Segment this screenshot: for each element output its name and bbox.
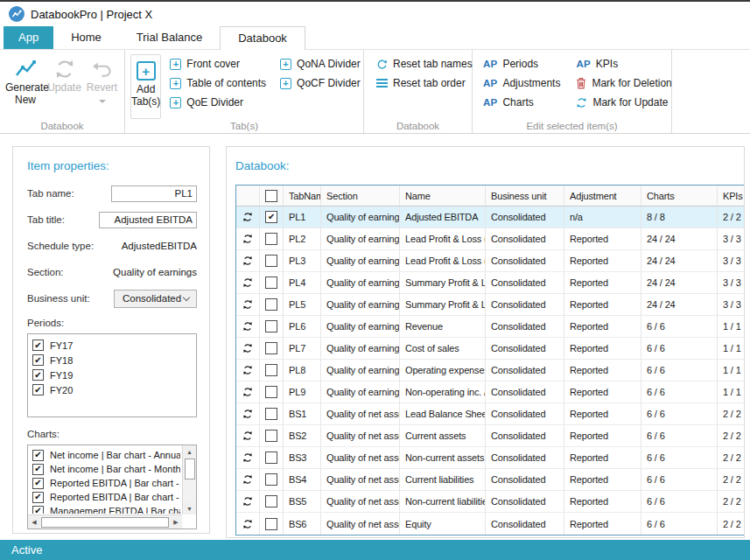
generate-new-button[interactable]: GenerateNew	[5, 54, 46, 106]
row-refresh-icon[interactable]	[236, 360, 260, 381]
row-checkbox[interactable]: ✔	[265, 233, 277, 245]
row-refresh-icon[interactable]	[236, 491, 260, 512]
chart-checkbox[interactable]: ✔	[32, 464, 44, 475]
row-refresh-icon[interactable]	[236, 382, 260, 402]
select-all-checkbox[interactable]	[265, 190, 277, 202]
horizontal-scrollbar[interactable]: ◀ ▶	[28, 514, 182, 528]
tab-name-input[interactable]	[111, 186, 197, 202]
chart-checkbox[interactable]: ✔	[32, 478, 44, 489]
mark-for-update-button[interactable]: Mark for Update	[572, 93, 675, 112]
table-row[interactable]: ✔ PL3 Quality of earnings Lead Profit & …	[236, 250, 744, 272]
header-kpis[interactable]: KPIs	[718, 186, 744, 206]
table-row[interactable]: ✔ PL6 Quality of earnings Revenue Consol…	[236, 316, 744, 338]
row-checkbox[interactable]: ✔	[265, 386, 277, 398]
tab-databook[interactable]: Databook	[220, 26, 305, 50]
row-refresh-icon[interactable]	[236, 272, 260, 293]
table-row[interactable]: ✔ BS2 Quality of net assets Current asse…	[236, 425, 744, 447]
scroll-up-icon[interactable]: ▲	[184, 445, 196, 458]
row-checkbox[interactable]: ✔	[265, 518, 277, 530]
row-checkbox[interactable]: ✔	[265, 430, 277, 442]
row-checkbox[interactable]: ✔	[265, 211, 277, 223]
scroll-left-icon[interactable]: ◀	[28, 516, 40, 528]
mark-for-deletion-button[interactable]: Mark for Deletion	[572, 74, 675, 93]
header-tabname[interactable]: TabName	[284, 186, 321, 206]
row-refresh-icon[interactable]	[236, 403, 260, 424]
period-checkbox[interactable]: ✔	[32, 384, 44, 396]
chart-list-item[interactable]: ✔ Reported EBITDA | Bar chart - Monthly	[32, 490, 180, 504]
table-row[interactable]: ✔ PL4 Quality of earnings Summary Profit…	[236, 272, 744, 294]
table-row[interactable]: ✔ PL8 Quality of earnings Operating expe…	[236, 360, 744, 382]
table-row[interactable]: ✔ PL5 Quality of earnings Summary Profit…	[236, 294, 744, 316]
ap-edit-button[interactable]: AP Adjustments	[480, 74, 564, 93]
ap-edit-button[interactable]: AP Charts	[480, 93, 564, 112]
row-refresh-icon[interactable]	[236, 294, 260, 315]
add-item-button[interactable]: + QoE Divider	[166, 93, 270, 112]
row-checkbox[interactable]: ✔	[265, 298, 277, 311]
update-button[interactable]: Update	[46, 54, 83, 106]
period-list-item[interactable]: ✔ FY18	[32, 353, 196, 368]
row-checkbox[interactable]: ✔	[265, 473, 277, 486]
row-checkbox[interactable]: ✔	[265, 276, 277, 289]
period-checkbox[interactable]: ✔	[32, 369, 44, 381]
row-checkbox[interactable]: ✔	[265, 342, 277, 354]
table-row[interactable]: ✔ BS5 Quality of net assets Non-current …	[236, 491, 744, 513]
period-list-item[interactable]: ✔ FY17	[32, 338, 196, 353]
chart-list-item[interactable]: ✔ Reported EBITDA | Bar chart - Annual	[32, 476, 180, 490]
row-refresh-icon[interactable]	[236, 513, 260, 535]
revert-button[interactable]: Revert	[83, 54, 121, 106]
table-row[interactable]: ✔ BS3 Quality of net assets Non-current …	[236, 447, 744, 469]
tab-trial-balance[interactable]: Trial Balance	[119, 26, 220, 49]
table-row[interactable]: ✔ PL1 Quality of earnings Adjusted EBITD…	[236, 206, 744, 228]
table-row[interactable]: ✔ BS1 Quality of net assets Lead Balance…	[236, 403, 744, 425]
row-refresh-icon[interactable]	[236, 206, 260, 228]
add-tabs-button[interactable]: + AddTab(s)	[130, 54, 161, 119]
scroll-right-icon[interactable]: ▶	[170, 516, 182, 528]
chart-checkbox[interactable]: ✔	[32, 492, 44, 503]
period-list-item[interactable]: ✔ FY20	[32, 382, 196, 397]
scroll-down-icon[interactable]: ▼	[184, 502, 196, 514]
table-row[interactable]: ✔ PL9 Quality of earnings Non-operating …	[236, 382, 744, 403]
reset-tab-order-button[interactable]: Reset tab order	[373, 74, 468, 93]
header-section[interactable]: Section	[321, 186, 400, 206]
table-row[interactable]: ✔ PL2 Quality of earnings Lead Profit & …	[236, 228, 744, 250]
row-refresh-icon[interactable]	[236, 338, 260, 359]
row-checkbox[interactable]: ✔	[265, 320, 277, 332]
reset-tab-names-button[interactable]: Reset tab names	[373, 54, 468, 74]
chart-list-item[interactable]: ✔ Net income | Bar chart - Monthly	[32, 462, 180, 476]
table-row[interactable]: ✔ BS6 Quality of net assets Equity Conso…	[236, 513, 744, 535]
tab-home[interactable]: Home	[53, 26, 119, 49]
header-charts[interactable]: Charts	[641, 186, 718, 206]
row-checkbox[interactable]: ✔	[265, 408, 277, 420]
header-business-unit[interactable]: Business unit	[486, 186, 564, 206]
add-item-button[interactable]: + QoCF Divider	[277, 74, 364, 93]
add-item-button[interactable]: + QoNA Divider	[277, 54, 364, 74]
ap-edit-button[interactable]: AP Periods	[480, 54, 564, 74]
tab-app[interactable]: App	[4, 26, 53, 49]
row-refresh-icon[interactable]	[236, 250, 260, 271]
table-row[interactable]: ✔ PL7 Quality of earnings Cost of sales …	[236, 338, 744, 360]
chart-list-item[interactable]: ✔ Net income | Bar chart - Annual	[32, 448, 180, 462]
row-checkbox[interactable]: ✔	[265, 452, 277, 464]
row-checkbox[interactable]: ✔	[265, 495, 277, 508]
chart-checkbox[interactable]: ✔	[32, 506, 44, 514]
tab-title-input[interactable]	[99, 212, 197, 228]
vertical-scrollbar[interactable]: ▲ ▼	[182, 445, 196, 514]
header-adjustment[interactable]: Adjustment	[564, 186, 641, 206]
header-name[interactable]: Name	[400, 186, 486, 206]
add-item-button[interactable]: + Table of contents	[166, 74, 270, 93]
row-refresh-icon[interactable]	[236, 425, 260, 446]
row-refresh-icon[interactable]	[236, 316, 260, 337]
row-refresh-icon[interactable]	[236, 469, 260, 490]
add-item-button[interactable]: + Front cover	[166, 54, 270, 74]
row-checkbox[interactable]: ✔	[265, 364, 277, 376]
row-checkbox[interactable]: ✔	[265, 255, 277, 267]
chart-checkbox[interactable]: ✔	[32, 450, 44, 461]
scrollbar-thumb[interactable]	[185, 458, 195, 480]
table-row[interactable]: ✔ BS4 Quality of net assets Current liab…	[236, 469, 744, 491]
row-refresh-icon[interactable]	[236, 228, 260, 249]
scrollbar-thumb[interactable]	[41, 517, 169, 528]
ap-kpis-button[interactable]: AP KPIs	[572, 54, 675, 74]
business-unit-dropdown[interactable]: Consolidated	[114, 290, 197, 308]
row-refresh-icon[interactable]	[236, 447, 260, 468]
chart-list-item[interactable]: ✔ Management EBITDA | Bar chart - Annual	[32, 504, 180, 514]
